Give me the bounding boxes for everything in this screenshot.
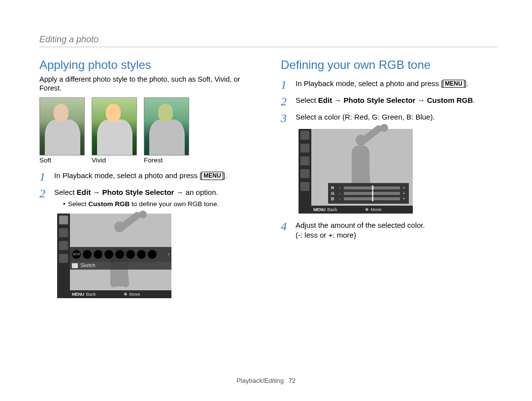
step-number: 1 xyxy=(281,79,291,91)
minus-icon: - xyxy=(338,185,342,190)
style-chip-icon xyxy=(94,250,102,259)
breadcrumb: Editing a photo xyxy=(39,34,498,47)
bold: Edit xyxy=(77,188,91,196)
silhouette-image xyxy=(338,131,392,185)
style-chip-icon xyxy=(115,250,124,259)
style-chip-icon xyxy=(148,250,157,259)
step-number: 2 xyxy=(39,187,49,199)
right-steps-cont: 4 Adjust the amount of the selected colo… xyxy=(281,220,498,241)
menu-button-icon: MENU xyxy=(443,80,464,88)
move-icon: ✥ xyxy=(365,207,369,212)
left-column: Applying photo styles Apply a different … xyxy=(39,58,256,298)
step-number: 4 xyxy=(281,220,291,232)
bold: Custom RGB xyxy=(88,200,130,208)
intro-text: Apply a different photo style to the pho… xyxy=(39,75,256,93)
footer-section: Playback/Editing xyxy=(236,377,284,384)
manual-page: Editing a photo Applying photo styles Ap… xyxy=(0,0,532,401)
minus-icon: - xyxy=(338,196,342,201)
text: Select xyxy=(68,200,88,208)
thumb-soft: Soft xyxy=(39,97,85,164)
step-text: In Playback mode, select a photo and pre… xyxy=(296,79,468,89)
text: Adjust the amount of the selected color. xyxy=(296,221,425,229)
text: to define your own RGB tone. xyxy=(130,200,219,208)
slider-bar xyxy=(344,192,400,195)
plus-icon: + xyxy=(402,185,406,190)
rgb-panel: R - + G - + B - + xyxy=(328,183,409,204)
step-text: Select a color (R: Red, G: Green, B: Blu… xyxy=(296,112,435,122)
off-icon xyxy=(59,253,68,263)
camera-sidebar xyxy=(57,214,70,298)
selected-style-label: Sketch xyxy=(80,263,96,268)
text: . xyxy=(473,96,475,104)
text: ]. xyxy=(465,79,468,88)
camera-footer: MENU Back ✥ Move xyxy=(311,206,413,214)
thumb-vivid: Vivid xyxy=(92,97,137,164)
right-steps: 1 In Playback mode, select a photo and p… xyxy=(281,79,498,124)
bold: Photo Style Selector xyxy=(102,188,174,196)
selected-style-bar: Sketch xyxy=(70,262,171,270)
sketch-icon xyxy=(72,263,78,268)
thumb-image-forest xyxy=(144,97,189,155)
bold: Photo Style Selector xyxy=(344,96,416,104)
step-1: 1 In Playback mode, select a photo and p… xyxy=(39,171,256,183)
move-label: Move xyxy=(371,207,382,212)
thumb-caption: Soft xyxy=(39,156,85,164)
text: ]. xyxy=(223,171,227,180)
style-strip: NOR › xyxy=(70,247,171,262)
camera-ui-rgb: R - + G - + B - + xyxy=(299,129,413,214)
step-2: 2 Select Edit → Photo Style Selector → C… xyxy=(281,95,498,107)
rgb-row-b: B - + xyxy=(331,196,406,201)
slider-bar xyxy=(344,197,400,200)
move-label: Move xyxy=(130,292,140,297)
rgb-row-g: G - + xyxy=(331,191,406,196)
camera-ui-sketch: NOR › Sketch MENU Back ✥ xyxy=(57,214,171,298)
plus-icon: + xyxy=(402,191,406,196)
thumb-forest: Forest xyxy=(144,97,189,164)
step-number: 1 xyxy=(39,171,49,183)
step-text: Adjust the amount of the selected color.… xyxy=(296,220,425,241)
columns: Applying photo styles Apply a different … xyxy=(39,58,498,298)
camera-sidebar xyxy=(299,129,311,214)
text: Select xyxy=(54,188,77,196)
slider-bar xyxy=(344,186,400,189)
step-text: Select Edit → Photo Style Selector → an … xyxy=(54,187,219,208)
camera-footer: MENU Back ✥ Move xyxy=(70,290,171,298)
style-chip-icon xyxy=(137,250,146,259)
style-icon xyxy=(300,156,310,166)
playback-icon xyxy=(300,130,310,140)
back-label: Back xyxy=(328,207,337,212)
bold: Custom RGB xyxy=(427,96,473,104)
back-label: Back xyxy=(86,292,96,297)
step-text: In Playback mode, select a photo and pre… xyxy=(54,171,227,181)
footer-page-number: 72 xyxy=(289,377,296,384)
edit-icon xyxy=(300,143,310,153)
style-chip-icon xyxy=(83,250,92,259)
menu-label: MENU xyxy=(313,207,326,212)
edit-icon xyxy=(59,228,68,238)
bold: Edit xyxy=(318,96,332,104)
rgb-row-r: R - + xyxy=(331,185,406,190)
text: an option. xyxy=(186,188,218,196)
menu-button-icon: MENU xyxy=(201,172,223,180)
off-icon xyxy=(300,182,310,191)
chevron-right-icon: › xyxy=(168,251,169,257)
thumb-caption: Forest xyxy=(144,156,189,164)
custom-icon xyxy=(300,169,310,179)
text: (-: less or +: more) xyxy=(296,231,356,239)
heading-applying-photo-styles: Applying photo styles xyxy=(39,58,256,72)
arrow-icon: → xyxy=(174,188,185,196)
rgb-label-b: B xyxy=(331,196,336,201)
minus-icon: - xyxy=(338,191,342,196)
arrow-icon: → xyxy=(332,96,343,104)
move-icon: ✥ xyxy=(124,292,128,297)
rgb-label-g: G xyxy=(331,191,336,196)
thumb-image-soft xyxy=(39,97,85,155)
step-number: 2 xyxy=(281,95,291,107)
step-number: 3 xyxy=(281,112,291,124)
page-footer: Playback/Editing 72 xyxy=(0,377,532,384)
substep: Select Custom RGB to define your own RGB… xyxy=(63,200,219,209)
plus-icon: + xyxy=(402,196,406,201)
step-1: 1 In Playback mode, select a photo and p… xyxy=(281,79,498,91)
arrow-icon: → xyxy=(91,188,102,196)
heading-defining-rgb: Defining your own RGB tone xyxy=(281,58,498,72)
